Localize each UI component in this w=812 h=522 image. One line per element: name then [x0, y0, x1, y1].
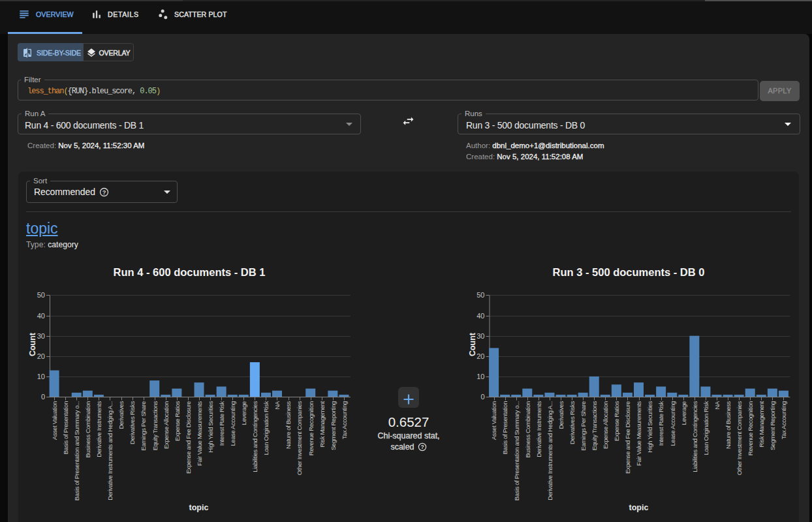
svg-text:Asset Valuation: Asset Valuation — [490, 401, 497, 440]
svg-text:30: 30 — [37, 332, 45, 340]
svg-text:Lease Accounting: Lease Accounting — [669, 401, 676, 446]
svg-text:Derivatives Risks: Derivatives Risks — [129, 401, 136, 444]
svg-text:40: 40 — [37, 312, 45, 320]
svg-text:Risk Management: Risk Management — [758, 401, 765, 447]
svg-text:Tax Accounting: Tax Accounting — [780, 401, 787, 439]
svg-text:?: ? — [420, 444, 424, 450]
svg-text:Count: Count — [468, 332, 477, 356]
svg-text:High Yield Securities: High Yield Securities — [207, 401, 214, 452]
svg-text:Business Combination: Business Combination — [524, 401, 531, 458]
svg-text:Earnings Per Share: Earnings Per Share — [580, 401, 587, 451]
svg-text:Business Combination: Business Combination — [84, 401, 91, 458]
svg-text:50: 50 — [476, 291, 484, 299]
svg-text:topic: topic — [189, 503, 209, 512]
svg-text:Interest Rate Risk: Interest Rate Risk — [657, 401, 664, 446]
svg-text:Liabilities and Contingencies: Liabilities and Contingencies — [691, 401, 698, 472]
svg-text:Expense and Fee Disclosure: Expense and Fee Disclosure — [185, 401, 192, 474]
svg-text:Lease Accounting: Lease Accounting — [229, 401, 236, 446]
svg-text:Leverage: Leverage — [240, 401, 247, 425]
svg-text:Fair Value Measurements: Fair Value Measurements — [196, 401, 203, 466]
svg-text:10: 10 — [476, 373, 484, 380]
svg-text:Derivatives Risks: Derivatives Risks — [569, 401, 576, 444]
svg-text:Basis of Presentation: Basis of Presentation — [501, 401, 508, 454]
svg-text:Revenue Recognition: Revenue Recognition — [307, 401, 315, 455]
svg-text:Expense Ratios: Expense Ratios — [174, 401, 181, 441]
svg-text:Other Investment Companies: Other Investment Companies — [736, 401, 743, 475]
svg-text:20: 20 — [476, 352, 484, 360]
svg-text:50: 50 — [37, 291, 45, 299]
svg-text:Loan Origination Risk: Loan Origination Risk — [702, 401, 710, 455]
svg-text:Run 3 - 500 documents - DB 0: Run 3 - 500 documents - DB 0 — [553, 266, 705, 278]
svg-text:Other Investment Companies: Other Investment Companies — [296, 401, 303, 475]
svg-text:Tax Accounting: Tax Accounting — [341, 401, 348, 439]
svg-text:Expense Allocation: Expense Allocation — [602, 401, 609, 449]
svg-text:NA: NA — [273, 401, 281, 409]
svg-text:Count: Count — [28, 332, 37, 356]
svg-text:Derivatives: Derivatives — [557, 401, 565, 429]
svg-text:Revenue Recognition: Revenue Recognition — [747, 401, 754, 455]
svg-text:High Yield Securities: High Yield Securities — [646, 401, 653, 452]
svg-text:Run 4 - 600 documents - DB 1: Run 4 - 600 documents - DB 1 — [114, 266, 266, 278]
svg-text:Earnings Per Share: Earnings Per Share — [140, 401, 147, 451]
svg-text:Nature of Business: Nature of Business — [725, 401, 732, 449]
svg-text:Leverage: Leverage — [680, 401, 687, 425]
svg-text:Derivative Instruments: Derivative Instruments — [95, 401, 102, 457]
svg-text:NA: NA — [713, 401, 721, 409]
svg-text:0: 0 — [480, 393, 484, 401]
svg-text:Nature of Business: Nature of Business — [285, 401, 292, 449]
svg-text:Segment Reporting: Segment Reporting — [769, 401, 776, 450]
svg-text:30: 30 — [476, 332, 484, 340]
svg-text:Expense and Fee Disclosure: Expense and Fee Disclosure — [624, 401, 631, 474]
svg-text:Risk Management: Risk Management — [319, 401, 326, 447]
svg-text:Basis of Presentation: Basis of Presentation — [62, 401, 69, 454]
svg-text:Loan Origination Risk: Loan Origination Risk — [262, 401, 270, 455]
svg-text:Basis of Presentation and Summ: Basis of Presentation and Summary o... — [513, 401, 520, 500]
svg-text:Expense Ratios: Expense Ratios — [613, 401, 620, 441]
svg-text:Expense Allocation: Expense Allocation — [163, 401, 170, 449]
svg-text:Equity Transactions: Equity Transactions — [151, 401, 159, 450]
svg-text:Derivative Instruments and Hed: Derivative Instruments and Hedging A... — [106, 401, 114, 500]
svg-text:Fair Value Measurements: Fair Value Measurements — [635, 401, 642, 466]
svg-text:0: 0 — [41, 393, 45, 401]
svg-text:40: 40 — [476, 312, 484, 320]
svg-text:Interest Rate Risk: Interest Rate Risk — [218, 401, 225, 446]
svg-text:Liabilities and Contingencies: Liabilities and Contingencies — [251, 401, 258, 472]
svg-text:Derivative Instruments and Hed: Derivative Instruments and Hedging A... — [546, 401, 554, 500]
svg-text:10: 10 — [37, 373, 45, 380]
svg-text:?: ? — [102, 189, 106, 195]
svg-text:Derivative Instruments: Derivative Instruments — [535, 401, 542, 457]
svg-text:Basis of Presentation and Summ: Basis of Presentation and Summary o... — [73, 401, 80, 500]
svg-text:20: 20 — [37, 352, 45, 360]
svg-text:topic: topic — [629, 503, 649, 512]
svg-text:Equity Transactions: Equity Transactions — [591, 401, 598, 450]
svg-text:Asset Valuation: Asset Valuation — [51, 401, 58, 440]
svg-text:Segment Reporting: Segment Reporting — [330, 401, 337, 450]
svg-text:Derivatives: Derivatives — [117, 401, 125, 429]
